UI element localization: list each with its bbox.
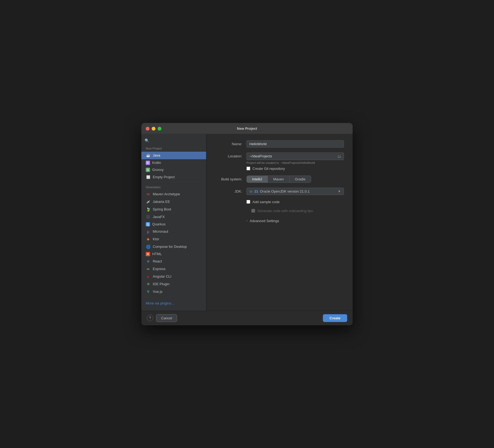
sidebar-item-maven[interactable]: m Maven Archetype [141, 190, 206, 198]
sidebar-item-label: Ktor [153, 237, 159, 241]
compose-icon: 🌀 [146, 244, 151, 249]
sidebar-item-label: Quarkus [152, 222, 165, 226]
name-input[interactable] [246, 140, 344, 148]
new-project-window: New Project 🔍 New Project ☕ Java K Kotli… [141, 123, 353, 325]
sidebar-divider [141, 183, 206, 183]
build-intellij-button[interactable]: IntelliJ [247, 176, 268, 183]
vue-icon: V [146, 289, 151, 294]
build-gradle-button[interactable]: Gradle [290, 176, 311, 183]
sidebar-item-label: Empty Project [153, 175, 175, 179]
location-hint: Project will be created in: ~/IdeaProjec… [246, 161, 344, 164]
titlebar: New Project [141, 123, 353, 134]
ktor-icon: ◆ [146, 237, 151, 242]
advanced-settings-row[interactable]: › Advanced Settings [246, 218, 344, 224]
sidebar-item-compose[interactable]: 🌀 Compose for Desktop [141, 243, 206, 251]
git-repo-row: Create Git repository [246, 167, 344, 171]
build-btn-group: IntelliJ Maven Gradle [246, 176, 311, 183]
search-icon[interactable]: 🔍 [145, 138, 149, 143]
location-row: Location: 🗂 [215, 152, 344, 160]
sidebar-item-label: JavaFX [153, 215, 165, 219]
sidebar-item-micronaut[interactable]: μ Micronaut [141, 228, 206, 235]
generators-section-label: Generators [141, 184, 206, 190]
close-button[interactable] [146, 127, 150, 131]
jdk-dropdown[interactable]: 🗂 21 Oracle OpenJDK version 21.0.1 ▼ [246, 188, 344, 195]
sidebar-search[interactable]: 🔍 [141, 137, 206, 146]
sidebar-bottom-divider [141, 297, 206, 297]
sample-code-label: Add sample code [252, 200, 280, 204]
sidebar-item-ide[interactable]: ⊞ IDE Plugin [141, 280, 206, 288]
sidebar-item-label: Jakarta EE [153, 200, 170, 204]
sidebar-item-react[interactable]: ⚛ React [141, 258, 206, 265]
jdk-version: 21 [254, 189, 258, 193]
sidebar-item-spring[interactable]: 🍃 Spring Boot [141, 206, 206, 213]
sidebar-item-label: Maven Archetype [153, 192, 180, 196]
advanced-settings-label: Advanced Settings [250, 219, 279, 223]
location-section: Location: 🗂 Project will be created in: … [215, 152, 344, 171]
new-project-section-label: New Project [141, 146, 206, 152]
location-input-wrap: 🗂 [246, 152, 344, 160]
sidebar-item-javafx[interactable]: ⬛ JavaFX [141, 213, 206, 221]
sidebar-item-empty[interactable]: ⬜ Empty Project [141, 173, 206, 181]
jakarta-icon: 🌶 [146, 199, 151, 204]
more-plugins-link[interactable]: More via plugins... [141, 299, 206, 307]
html-icon: H [146, 252, 150, 256]
sidebar-item-label: Compose for Desktop [153, 245, 187, 249]
git-repo-checkbox[interactable] [246, 167, 250, 170]
create-button[interactable]: Create [323, 314, 347, 322]
sidebar-item-label: IDE Plugin [153, 282, 169, 286]
sidebar-item-express[interactable]: ex Express [141, 265, 206, 273]
maven-icon: m [146, 192, 151, 197]
onboarding-checkbox[interactable] [251, 209, 255, 213]
help-button[interactable]: ? [147, 315, 153, 321]
micronaut-icon: μ [146, 229, 151, 234]
jdk-label: JDK: [215, 189, 242, 193]
sidebar-item-kotlin[interactable]: K Kotlin [141, 159, 206, 166]
angular-icon: ▲ [146, 274, 151, 279]
main-panel: Name: Location: 🗂 Project will be create… [206, 134, 353, 311]
maximize-button[interactable] [158, 127, 161, 131]
build-system-row: Build system: IntelliJ Maven Gradle [215, 176, 344, 183]
sidebar-item-label: Vue.js [153, 290, 162, 294]
java-icon: ☕ [146, 153, 151, 158]
spring-icon: 🍃 [146, 207, 151, 212]
chevron-down-icon: ▼ [337, 189, 341, 193]
sample-code-checkbox[interactable] [246, 200, 250, 204]
name-label: Name: [215, 142, 242, 146]
kotlin-icon: K [146, 161, 150, 165]
footer: ? Cancel Create [141, 311, 353, 325]
traffic-lights [146, 127, 161, 131]
minimize-button[interactable] [152, 127, 155, 131]
sidebar-item-angular[interactable]: ▲ Angular CLI [141, 273, 206, 280]
sidebar-item-groovy[interactable]: G Groovy [141, 166, 206, 173]
onboarding-label: Generate code with onboarding tips [257, 209, 313, 213]
content-area: 🔍 New Project ☕ Java K Kotlin G Groovy ⬜… [141, 134, 353, 311]
ide-icon: ⊞ [146, 282, 151, 287]
sidebar-item-label: Kotlin [152, 161, 161, 165]
build-maven-button[interactable]: Maven [268, 176, 290, 183]
build-system-label: Build system: [215, 177, 242, 181]
sidebar-item-label: Spring Boot [153, 207, 171, 211]
sidebar-item-label: Java [153, 153, 160, 157]
cancel-button[interactable]: Cancel [156, 314, 177, 322]
sidebar-item-java[interactable]: ☕ Java [141, 152, 206, 159]
sidebar-item-vue[interactable]: V Vue.js [141, 288, 206, 296]
folder-browse-button[interactable]: 🗂 [337, 154, 341, 158]
sidebar-item-ktor[interactable]: ◆ Ktor [141, 235, 206, 243]
sidebar-item-label: Express [153, 267, 165, 271]
location-label: Location: [215, 154, 242, 158]
sidebar-item-label: Angular CLI [153, 274, 171, 278]
sample-code-row: Add sample code [246, 200, 344, 204]
sidebar-item-jakarta[interactable]: 🌶 Jakarta EE [141, 198, 206, 206]
quarkus-icon: Q [146, 222, 150, 226]
javafx-icon: ⬛ [146, 215, 151, 219]
express-icon: ex [146, 267, 151, 271]
jdk-row: JDK: 🗂 21 Oracle OpenJDK version 21.0.1 … [215, 188, 344, 195]
footer-left: ? Cancel [147, 314, 177, 322]
sidebar: 🔍 New Project ☕ Java K Kotlin G Groovy ⬜… [141, 134, 206, 311]
location-input[interactable] [249, 154, 336, 158]
react-icon: ⚛ [146, 259, 151, 264]
groovy-icon: G [146, 168, 150, 172]
sidebar-item-quarkus[interactable]: Q Quarkus [141, 221, 206, 228]
sidebar-item-html[interactable]: H HTML [141, 251, 206, 258]
git-repo-label: Create Git repository [252, 167, 285, 171]
